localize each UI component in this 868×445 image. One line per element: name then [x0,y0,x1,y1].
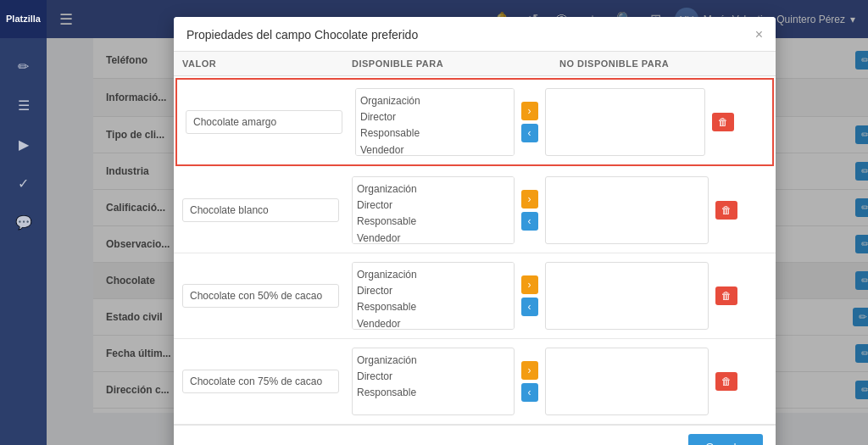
table-header: VALOR DISPONIBLE PARA NO DISPONIBLE PARA [174,52,776,76]
value-input-2[interactable] [182,198,339,222]
modal-chocolate-properties: Propiedades del campo Chocolate preferid… [174,17,776,445]
backward-button-3[interactable]: ‹ [521,298,538,316]
no-available-list-2[interactable] [545,176,709,244]
forward-button-3[interactable]: › [521,275,538,294]
modal-title: Propiedades del campo Chocolate preferid… [186,28,418,42]
avail-col-1: OrganizaciónDirectorResponsableVendedor … [355,88,545,156]
table-row: OrganizaciónDirectorResponsableVendedor … [174,253,776,339]
delete-row-button-1[interactable]: 🗑 [712,113,734,131]
sidebar-icon-check[interactable]: ✓ [7,166,41,200]
table-row: OrganizaciónDirectorResponsableVendedor … [175,78,774,166]
no-avail-col-4: 🗑 [545,348,738,415]
delete-row-button-2[interactable]: 🗑 [715,201,737,220]
avail-col-3: OrganizaciónDirectorResponsableVendedor … [352,262,545,330]
available-list-1[interactable]: OrganizaciónDirectorResponsableVendedor [355,88,515,156]
forward-button-1[interactable]: › [521,102,538,120]
modal-footer: Guardar [174,425,776,445]
sidebar-icon-play[interactable]: ▶ [7,127,41,161]
backward-button-4[interactable]: ‹ [521,383,538,402]
col-header-valor: VALOR [182,58,352,69]
no-avail-col-1: 🗑 [545,88,735,156]
no-available-list-3[interactable] [545,262,709,330]
app-logo: Platzilla [0,0,47,38]
transfer-buttons-4: › ‹ [521,361,538,402]
value-cell-2 [182,198,352,222]
sidebar: Platzilla ✏ ☰ ▶ ✓ 💬 [0,0,47,445]
guardar-button[interactable]: Guardar [688,434,763,445]
sidebar-icon-edit[interactable]: ✏ [7,49,41,83]
available-list-2[interactable]: OrganizaciónDirectorResponsableVendedor [352,176,515,244]
sidebar-icon-menu[interactable]: ☰ [7,88,41,122]
col-header-disponible: DISPONIBLE PARA [352,58,559,69]
value-cell-1 [186,110,355,134]
transfer-buttons-2: › ‹ [521,190,538,231]
transfer-buttons-3: › ‹ [521,275,538,316]
sidebar-icon-chat[interactable]: 💬 [7,205,41,239]
forward-button-2[interactable]: › [521,190,538,209]
delete-row-button-4[interactable]: 🗑 [715,372,737,391]
delete-row-button-3[interactable]: 🗑 [715,286,737,305]
no-available-list-1[interactable] [545,88,706,156]
backward-button-1[interactable]: ‹ [521,124,538,142]
available-list-3[interactable]: OrganizaciónDirectorResponsableVendedor [352,262,515,330]
avail-col-4: OrganizaciónDirectorResponsable › ‹ [352,348,545,415]
modal-header: Propiedades del campo Chocolate preferid… [174,17,776,52]
available-list-4[interactable]: OrganizaciónDirectorResponsable [352,348,515,415]
value-cell-4 [182,370,352,393]
avail-col-2: OrganizaciónDirectorResponsableVendedor … [352,176,545,244]
table-row: OrganizaciónDirectorResponsable › ‹ 🗑 [174,339,776,425]
transfer-buttons-1: › ‹ [521,102,538,142]
col-header-no-disponible: NO DISPONIBLE PARA [559,58,767,69]
modal-close-button[interactable]: × [755,27,763,42]
value-input-4[interactable] [182,370,339,393]
main-area: ☰ 🔔 ↺ 👁 ＋ 🔍 ⊞ MV María Valentina Quinter… [47,0,868,445]
no-available-list-4[interactable] [545,348,709,415]
forward-button-4[interactable]: › [521,361,538,380]
value-input-3[interactable] [182,284,339,308]
no-avail-col-2: 🗑 [545,176,738,244]
no-avail-col-3: 🗑 [545,262,738,330]
modal-body: OrganizaciónDirectorResponsableVendedor … [174,76,776,425]
backward-button-2[interactable]: ‹ [521,212,538,231]
value-input-1[interactable] [186,110,342,134]
table-row: OrganizaciónDirectorResponsableVendedor … [174,168,776,253]
value-cell-3 [182,284,352,308]
